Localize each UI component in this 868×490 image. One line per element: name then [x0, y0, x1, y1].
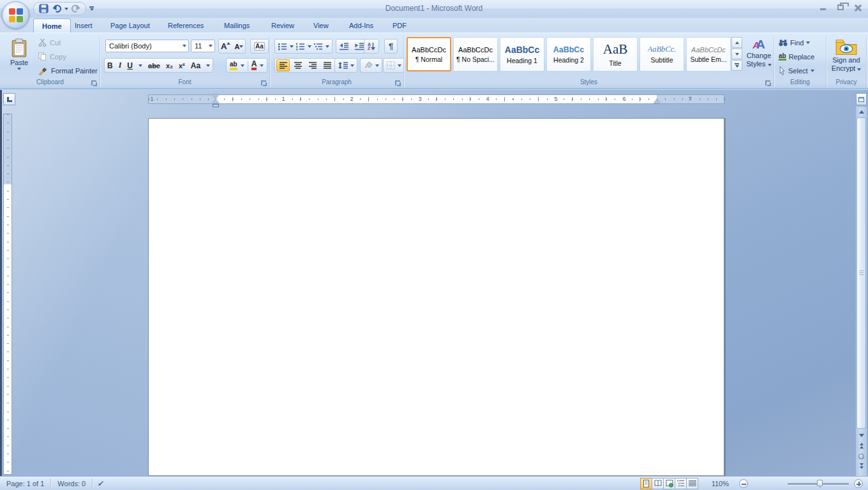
- grow-font-button[interactable]: A: [221, 41, 230, 51]
- sign-and-encrypt-button[interactable]: Sign and Encrypt: [830, 36, 863, 84]
- align-left-button[interactable]: [276, 59, 290, 71]
- decrease-indent-button[interactable]: [339, 42, 350, 51]
- zoom-slider-thumb[interactable]: [817, 480, 823, 486]
- restore-button[interactable]: [834, 3, 847, 12]
- strikethrough-button[interactable]: abe: [148, 62, 160, 70]
- word-count[interactable]: Words: 0: [56, 480, 87, 487]
- web-layout-view-button[interactable]: [663, 478, 675, 489]
- font-color-button[interactable]: A: [251, 61, 257, 70]
- change-case-button[interactable]: Aa: [191, 61, 200, 70]
- style-no-spacing[interactable]: AaBbCcDc ¶ No Spaci...: [453, 37, 498, 71]
- borders-caret[interactable]: [398, 64, 401, 67]
- outline-view-button[interactable]: [675, 478, 687, 489]
- highlight-caret[interactable]: [241, 64, 244, 67]
- tab-add-ins[interactable]: Add-Ins: [341, 19, 382, 33]
- undo-dropdown-caret[interactable]: [64, 8, 68, 10]
- vertical-scrollbar[interactable]: [856, 107, 867, 476]
- minimize-button[interactable]: [816, 3, 830, 12]
- right-indent-marker[interactable]: [654, 100, 660, 103]
- hanging-indent-marker[interactable]: [213, 100, 219, 103]
- close-button[interactable]: [851, 3, 864, 12]
- styles-gallery-up-button[interactable]: [731, 37, 742, 48]
- bullets-caret[interactable]: [290, 45, 294, 48]
- print-layout-view-button[interactable]: [640, 478, 652, 489]
- scroll-up-button[interactable]: [857, 107, 866, 116]
- replace-button[interactable]: ab Replace: [779, 51, 814, 62]
- select-browse-object-button[interactable]: [857, 452, 866, 461]
- numbering-caret[interactable]: [308, 45, 311, 48]
- clipboard-dialog-launcher[interactable]: [91, 80, 97, 86]
- tab-review[interactable]: Review: [263, 19, 303, 33]
- font-dialog-launcher[interactable]: [261, 80, 267, 86]
- text-highlight-button[interactable]: ab: [230, 61, 237, 70]
- customize-qat-button[interactable]: [87, 3, 96, 14]
- shading-caret[interactable]: [375, 64, 379, 67]
- bold-button[interactable]: B: [107, 61, 113, 70]
- bullets-button[interactable]: [278, 42, 288, 51]
- tab-references[interactable]: References: [160, 19, 212, 33]
- align-right-button[interactable]: [306, 59, 319, 71]
- cut-button[interactable]: Cut: [38, 37, 61, 48]
- office-button[interactable]: [2, 1, 29, 29]
- page-indicator[interactable]: Page: 1 of 1: [5, 480, 45, 487]
- scrollbar-thumb[interactable]: [857, 117, 866, 429]
- left-indent-marker[interactable]: [213, 104, 219, 107]
- align-center-button[interactable]: [291, 59, 304, 71]
- tab-home[interactable]: Home: [33, 19, 71, 33]
- redo-button[interactable]: [70, 3, 82, 14]
- style-normal[interactable]: AaBbCcDc ¶ Normal: [407, 37, 451, 71]
- undo-button[interactable]: [51, 3, 63, 14]
- style-heading-2[interactable]: AaBbCc Heading 2: [546, 37, 591, 71]
- styles-gallery-more-button[interactable]: [731, 60, 742, 71]
- styles-dialog-launcher[interactable]: [765, 80, 771, 86]
- copy-button[interactable]: Copy: [38, 51, 66, 62]
- horizontal-ruler[interactable]: 1 1 2 3 4 5 6 7: [148, 94, 724, 104]
- tab-insert[interactable]: Insert: [66, 19, 101, 33]
- toggle-ruler-button[interactable]: [856, 93, 867, 105]
- line-spacing-button[interactable]: [338, 61, 348, 70]
- underline-button[interactable]: U: [127, 61, 133, 70]
- next-page-button[interactable]: [857, 461, 866, 470]
- proofing-status-icon[interactable]: ✓: [97, 479, 105, 488]
- zoom-in-button[interactable]: [854, 479, 863, 488]
- document-page[interactable]: [148, 118, 724, 476]
- sort-button[interactable]: AZ: [367, 42, 376, 51]
- font-color-caret[interactable]: [260, 64, 264, 67]
- change-styles-button[interactable]: AA Change Styles: [745, 36, 772, 84]
- change-case-caret[interactable]: [206, 64, 210, 67]
- clear-formatting-button[interactable]: Aa: [254, 42, 265, 50]
- superscript-button[interactable]: x²: [179, 62, 185, 70]
- format-painter-button[interactable]: Format Painter: [38, 65, 98, 76]
- justify-button[interactable]: [320, 59, 334, 71]
- find-button[interactable]: Find: [779, 37, 810, 48]
- scroll-down-button[interactable]: [857, 431, 866, 440]
- paragraph-dialog-launcher[interactable]: [395, 80, 401, 86]
- select-button[interactable]: Select: [779, 65, 814, 76]
- tab-stop-selector[interactable]: [3, 93, 15, 105]
- zoom-slider-track[interactable]: [788, 483, 849, 485]
- numbering-button[interactable]: [296, 42, 306, 51]
- save-button[interactable]: [38, 3, 50, 14]
- font-family-select[interactable]: Calibri (Body): [105, 40, 189, 52]
- style-subtle-emphasis[interactable]: AaBbCcDc Subtle Em...: [686, 37, 731, 71]
- borders-button[interactable]: [386, 61, 396, 70]
- first-line-indent-marker[interactable]: [213, 94, 219, 98]
- tab-mailings[interactable]: Mailings: [216, 19, 258, 33]
- italic-button[interactable]: I: [119, 61, 122, 70]
- tab-pdf[interactable]: PDF: [384, 19, 415, 33]
- shrink-font-button[interactable]: A: [234, 43, 243, 50]
- tab-view[interactable]: View: [305, 19, 337, 33]
- style-subtitle[interactable]: AaBbCc. Subtitle: [640, 37, 684, 71]
- multilevel-list-button[interactable]: [313, 42, 324, 51]
- style-title[interactable]: AaB Title: [593, 37, 638, 71]
- full-screen-reading-view-button[interactable]: [652, 478, 664, 489]
- show-hide-pilcrow-button[interactable]: ¶: [389, 41, 393, 51]
- zoom-out-button[interactable]: [739, 479, 748, 488]
- vertical-ruler[interactable]: [3, 114, 12, 475]
- zoom-level[interactable]: 110%: [712, 480, 729, 487]
- line-spacing-caret[interactable]: [350, 64, 354, 67]
- paste-button[interactable]: Paste: [5, 36, 33, 78]
- tab-page-layout[interactable]: Page Layout: [102, 19, 158, 33]
- draft-view-button[interactable]: [686, 478, 698, 489]
- styles-gallery-down-button[interactable]: [731, 48, 742, 59]
